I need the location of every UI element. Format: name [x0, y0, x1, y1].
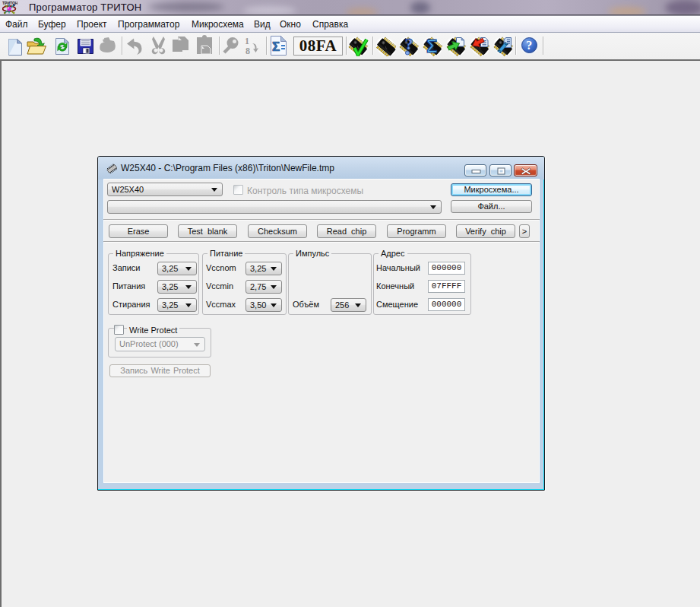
svg-text:ТРИТОН: ТРИТОН — [2, 1, 17, 5]
svg-text:1: 1 — [245, 36, 249, 46]
svg-text:?: ? — [526, 39, 532, 52]
svg-text:Σ: Σ — [426, 36, 437, 56]
svg-text:Σ: Σ — [272, 40, 280, 54]
svg-text:8: 8 — [245, 46, 250, 56]
svg-text:?: ? — [405, 36, 413, 53]
